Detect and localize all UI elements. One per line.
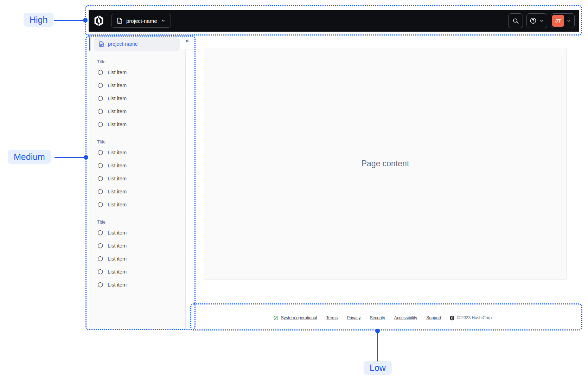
sidebar-list-item[interactable]: List item bbox=[94, 198, 180, 211]
sidebar-item-label: List item bbox=[108, 83, 127, 88]
sidebar-item-label: List item bbox=[108, 230, 127, 236]
sidebar-list-item[interactable]: List item bbox=[94, 278, 180, 291]
annotation-label-low: Low bbox=[364, 361, 392, 375]
help-menu-button[interactable] bbox=[526, 13, 547, 28]
sidebar-list-item[interactable]: List item bbox=[94, 79, 180, 92]
top-navbar: project-name bbox=[89, 10, 579, 32]
user-avatar: JT bbox=[552, 15, 564, 27]
footer-link-support[interactable]: Support bbox=[426, 315, 441, 320]
footer-copyright: © 2023 HashiCorp bbox=[449, 315, 492, 321]
chevron-down-icon bbox=[539, 19, 544, 23]
search-icon bbox=[512, 18, 519, 24]
sidebar-list-item[interactable]: List item bbox=[94, 265, 180, 278]
annotation-connector-high bbox=[54, 20, 84, 21]
hexagon-icon bbox=[97, 108, 103, 115]
sidebar-list-item[interactable]: List item bbox=[94, 226, 180, 239]
annotation-label-medium: Medium bbox=[8, 150, 51, 164]
hexagon-icon bbox=[97, 256, 103, 262]
page-content-placeholder: Page content bbox=[362, 159, 409, 168]
copyright-text: © 2023 HashiCorp bbox=[457, 315, 492, 320]
chevron-down-icon bbox=[567, 19, 571, 23]
screenshot-canvas: project-name bbox=[0, 0, 588, 379]
hexagon-icon bbox=[97, 201, 103, 208]
user-menu-button[interactable]: JT bbox=[551, 13, 575, 28]
annotation-dot-medium bbox=[84, 155, 88, 160]
sidebar-list-item[interactable]: List item bbox=[94, 66, 180, 79]
hexagon-icon bbox=[97, 188, 103, 195]
sidebar-item-label: List item bbox=[108, 163, 127, 168]
hexagon-icon bbox=[97, 82, 103, 89]
check-circle-icon bbox=[273, 315, 279, 321]
project-switcher-button[interactable]: project-name bbox=[111, 14, 171, 28]
sidebar-item-label: List item bbox=[108, 70, 127, 75]
hexagon-icon bbox=[97, 121, 103, 128]
sidebar-list-item[interactable]: List item bbox=[94, 105, 180, 118]
system-status: System operational bbox=[273, 315, 317, 321]
annotation-connector-low bbox=[377, 332, 378, 361]
sidebar-list-item[interactable]: List item bbox=[94, 172, 180, 185]
footer-link-security[interactable]: Security bbox=[370, 315, 385, 320]
sidebar-list-item[interactable]: List item bbox=[94, 239, 180, 252]
sidebar-item-label: List item bbox=[108, 269, 127, 275]
sidebar-item-label: List item bbox=[108, 282, 127, 288]
annotation-connector-medium bbox=[55, 157, 84, 158]
system-status-link[interactable]: System operational bbox=[281, 315, 317, 320]
hexagon-icon bbox=[97, 149, 103, 156]
chevron-down-icon bbox=[161, 18, 166, 23]
sidebar-item-label: List item bbox=[108, 202, 127, 207]
navbar-left: project-name bbox=[93, 14, 171, 28]
annotation-label-high: High bbox=[24, 13, 53, 27]
hashicorp-logo-icon bbox=[449, 315, 455, 321]
sidebar-item-label: List item bbox=[108, 243, 127, 249]
collapse-chevrons-icon: « bbox=[185, 37, 189, 44]
sidebar-list-item[interactable]: List item bbox=[94, 146, 180, 159]
sidebar-project-label: project-name bbox=[108, 41, 138, 47]
footer-link-privacy[interactable]: Privacy bbox=[347, 315, 360, 320]
sidebar-collapse-button[interactable]: « bbox=[180, 32, 195, 50]
navbar-right: JT bbox=[508, 13, 575, 28]
hexagon-icon bbox=[97, 282, 103, 288]
hexagon-icon bbox=[97, 95, 103, 102]
hashicorp-logo[interactable] bbox=[93, 15, 104, 26]
sidebar-project-link[interactable]: project-name bbox=[94, 37, 180, 51]
project-switcher-label: project-name bbox=[126, 18, 157, 24]
sidebar-item-label: List item bbox=[108, 189, 127, 194]
document-icon bbox=[98, 41, 104, 47]
hexagon-icon bbox=[97, 230, 103, 236]
sidebar-section-1: Title List item List item List item List… bbox=[89, 59, 185, 131]
sidebar-section-3: Title List item List item List item List… bbox=[89, 219, 185, 291]
sidebar-list-item[interactable]: List item bbox=[94, 92, 180, 105]
sidebar-list-item[interactable]: List item bbox=[94, 159, 180, 172]
sidebar-item-label: List item bbox=[108, 150, 127, 155]
hexagon-icon bbox=[97, 69, 103, 76]
sidebar: project-name Title List item List item L… bbox=[89, 32, 186, 330]
hashicorp-logo-icon bbox=[93, 15, 104, 26]
sidebar-item-label: List item bbox=[108, 109, 127, 114]
sidebar-list-item[interactable]: List item bbox=[94, 185, 180, 198]
hexagon-icon bbox=[97, 162, 103, 169]
sidebar-section-title: Title bbox=[94, 139, 180, 144]
annotation-dot-high bbox=[83, 18, 88, 23]
page-content-panel: Page content bbox=[204, 48, 567, 280]
sidebar-section-2: Title List item List item List item List… bbox=[89, 139, 185, 211]
sidebar-item-label: List item bbox=[108, 96, 127, 101]
sidebar-item-label: List item bbox=[108, 256, 127, 262]
sidebar-item-label: List item bbox=[108, 176, 127, 181]
hexagon-icon bbox=[97, 269, 103, 275]
search-button[interactable] bbox=[508, 13, 523, 28]
footer: System operational Terms Privacy Securit… bbox=[186, 311, 579, 325]
hexagon-icon bbox=[97, 175, 103, 182]
sidebar-active-indicator bbox=[89, 37, 90, 51]
help-icon bbox=[530, 17, 537, 24]
sidebar-section-title: Title bbox=[94, 219, 180, 225]
sidebar-list-item[interactable]: List item bbox=[94, 118, 180, 131]
sidebar-list-item[interactable]: List item bbox=[94, 252, 180, 265]
footer-divider bbox=[186, 308, 579, 308]
hexagon-icon bbox=[97, 243, 103, 249]
document-icon bbox=[116, 18, 123, 24]
sidebar-section-title: Title bbox=[94, 59, 180, 64]
annotation-dot-low bbox=[375, 329, 380, 333]
footer-link-accessibility[interactable]: Accessibility bbox=[394, 315, 417, 320]
sidebar-item-label: List item bbox=[108, 122, 127, 127]
footer-link-terms[interactable]: Terms bbox=[326, 315, 338, 320]
